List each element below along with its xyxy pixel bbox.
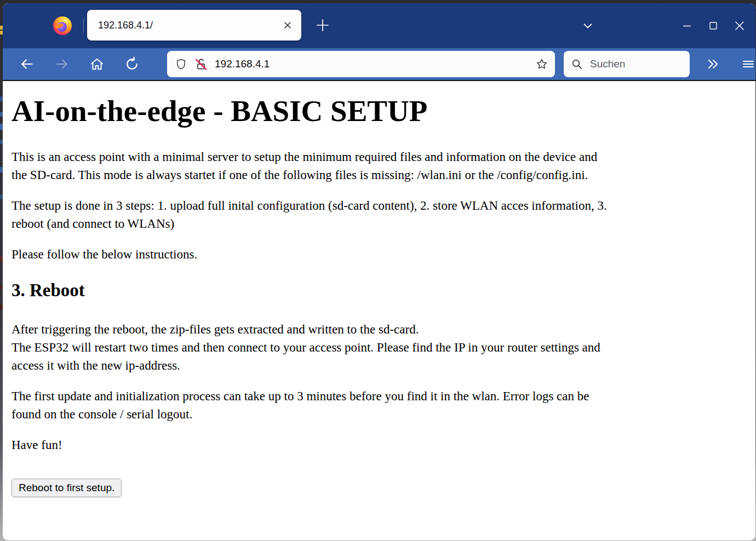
url-text[interactable]: 192.168.4.1 (215, 58, 532, 70)
page-content: AI-on-the-edge - BASIC SETUP This is an … (3, 81, 755, 540)
back-button[interactable] (16, 52, 38, 76)
active-tab[interactable]: 192.168.4.1/ (87, 10, 301, 41)
browser-titlebar: 192.168.4.1/ (3, 3, 755, 48)
tab-close-icon[interactable] (279, 17, 296, 33)
search-icon (570, 57, 583, 71)
close-window-button[interactable] (726, 3, 753, 48)
bookmark-star-button[interactable] (532, 54, 552, 74)
steps-paragraph: The setup is done in 3 steps: 1. upload … (12, 197, 747, 233)
browser-window: 192.168.4.1/ (3, 3, 755, 540)
menu-button[interactable] (737, 52, 755, 76)
intro-paragraph: This is an access point with a minimal s… (12, 148, 747, 184)
overflow-chevrons-button[interactable] (702, 52, 724, 76)
shield-icon[interactable] (175, 58, 187, 71)
maximize-button[interactable] (700, 3, 726, 48)
window-controls (674, 3, 755, 48)
follow-instructions-paragraph: Please follow the below instructions. (12, 245, 747, 263)
minimize-button[interactable] (674, 3, 700, 48)
tab-title: 192.168.4.1/ (98, 20, 279, 31)
search-box[interactable] (564, 51, 690, 77)
search-input[interactable] (589, 57, 673, 71)
home-button[interactable] (86, 52, 108, 76)
navigation-toolbar: 192.168.4.1 (3, 48, 755, 81)
new-tab-button[interactable] (312, 15, 333, 36)
firefox-logo-icon (53, 16, 72, 35)
tab-separator (83, 19, 84, 33)
tab-list-chevron-button[interactable] (577, 3, 599, 48)
reboot-button[interactable]: Reboot to first setup. (12, 479, 122, 497)
reboot-info-paragraph: After triggering the reboot, the zip-fil… (12, 320, 747, 375)
have-fun-paragraph: Have fun! (12, 436, 747, 454)
url-bar[interactable]: 192.168.4.1 (167, 51, 555, 77)
firefox-view-button[interactable] (52, 15, 73, 36)
reload-button[interactable] (121, 52, 143, 76)
forward-button[interactable] (51, 52, 73, 76)
page-title: AI-on-the-edge - BASIC SETUP (12, 94, 747, 128)
section-heading-reboot: 3. Reboot (12, 280, 747, 302)
first-update-paragraph: The first update and initialization proc… (12, 387, 747, 423)
insecure-lock-icon[interactable] (194, 57, 208, 71)
